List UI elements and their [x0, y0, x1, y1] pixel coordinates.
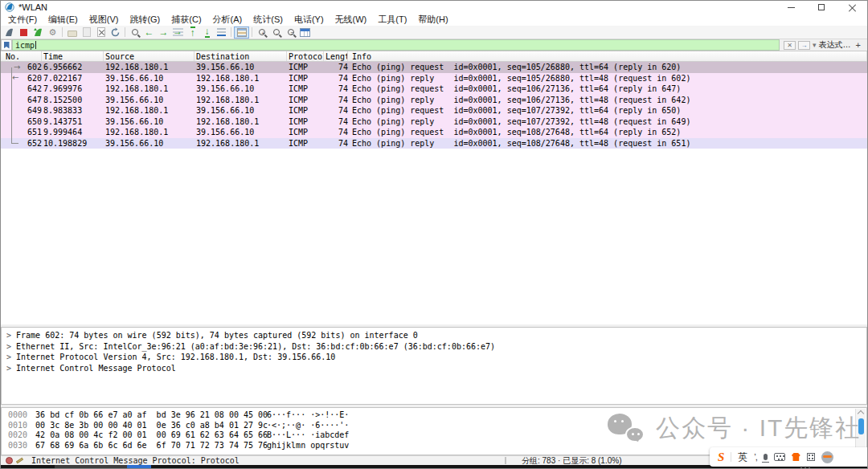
ime-language-toggle[interactable]: 英 [738, 451, 747, 464]
expert-info-icon[interactable] [6, 457, 13, 464]
zoom-original-icon: = [288, 29, 294, 35]
column-info[interactable]: Info [348, 51, 867, 61]
sogou-logo-icon[interactable]: S [718, 451, 724, 464]
stop-capture-button[interactable] [17, 27, 31, 39]
packet-row[interactable]: 652 10.198829 39.156.66.10 192.168.180.1… [1, 138, 867, 149]
window-title: *WLAN [18, 2, 776, 12]
keyboard-icon[interactable] [774, 453, 785, 461]
resize-columns-button[interactable] [298, 27, 312, 39]
filter-clear-button[interactable]: ✕ [784, 41, 796, 50]
toolbar-separator [231, 27, 231, 37]
taskbar-app-segment[interactable] [55, 465, 127, 469]
detail-ip[interactable]: >Internet Protocol Version 4, Src: 192.1… [2, 352, 866, 363]
filter-apply-button[interactable]: → [798, 41, 810, 50]
packet-list-header: No. Time Source Destination Protocol Len… [1, 51, 867, 62]
menu-wireless[interactable]: 无线(W) [330, 14, 373, 26]
reload-file-button[interactable] [108, 27, 122, 39]
apply-arrow-icon: → [801, 42, 808, 49]
column-length[interactable]: Length [324, 51, 348, 61]
expand-caret-icon[interactable]: > [6, 331, 11, 340]
taskbar-active-app-segment[interactable] [127, 465, 151, 469]
detail-icmp[interactable]: >Internet Control Message Protocol [2, 363, 866, 374]
menu-statistics[interactable]: 统计(S) [248, 14, 289, 26]
resize-columns-icon [300, 28, 310, 37]
packet-row[interactable]: 602 6.956662 192.168.180.1 39.156.66.10 … [1, 62, 867, 73]
bookmark-icon [4, 42, 10, 49]
find-packet-button[interactable] [128, 27, 141, 39]
menu-capture[interactable]: 捕获(C) [166, 14, 207, 26]
goto-packet-icon: → [173, 28, 183, 37]
ime-punctuation-toggle[interactable]: ’, [754, 452, 757, 462]
column-time[interactable]: Time [42, 51, 104, 61]
capture-comment-icon[interactable] [16, 458, 23, 464]
packet-row[interactable]: 649 8.983833 192.168.180.1 39.156.66.10 … [1, 105, 867, 116]
go-to-top-button[interactable]: ↑ [186, 27, 199, 39]
menu-bar: 文件(F) 编辑(E) 视图(V) 跳转(G) 捕获(C) 分析(A) 统计(S… [1, 14, 867, 26]
maximize-icon [818, 4, 825, 10]
add-filter-button[interactable]: + [854, 40, 863, 50]
menu-edit[interactable]: 编辑(E) [43, 14, 84, 26]
minimize-icon [788, 7, 795, 8]
go-forward-button[interactable]: → [157, 27, 170, 39]
go-to-packet-button[interactable]: → [171, 27, 185, 39]
filter-bookmark-button[interactable] [1, 39, 12, 51]
packet-row[interactable]: 642 7.969976 192.168.180.1 39.156.66.10 … [1, 84, 867, 95]
reload-icon [110, 27, 121, 38]
column-destination[interactable]: Destination [194, 51, 287, 61]
column-protocol[interactable]: Protocol [287, 51, 324, 61]
expand-caret-icon[interactable]: > [6, 353, 11, 361]
detail-frame[interactable]: >Frame 602: 74 bytes on wire (592 bits),… [2, 330, 866, 341]
restart-capture-button[interactable] [31, 27, 45, 39]
menu-analyze[interactable]: 分析(A) [207, 14, 248, 26]
arrow-up-bar-icon: ↑ [190, 27, 195, 38]
skin-icon[interactable] [792, 453, 800, 461]
packet-row[interactable]: 650 9.143751 39.156.66.10 192.168.180.1 … [1, 116, 867, 128]
scrollbar-thumb[interactable] [858, 418, 864, 434]
detail-ethernet[interactable]: >Ethernet II, Src: IntelCor_3e:96:21 (a0… [2, 341, 866, 353]
menu-tools[interactable]: 工具(T) [372, 14, 412, 26]
microphone-icon[interactable] [764, 454, 768, 460]
open-file-button[interactable] [65, 27, 79, 39]
menu-view[interactable]: 视图(V) [84, 14, 125, 26]
close-button[interactable] [837, 1, 867, 14]
arrow-down-bar-icon: ↓ [205, 27, 210, 38]
go-to-bottom-button[interactable]: ↓ [200, 27, 214, 39]
menu-help[interactable]: 帮助(H) [412, 14, 453, 26]
menu-file[interactable]: 文件(F) [2, 14, 43, 26]
filter-dropdown-button[interactable]: ▾ [813, 41, 817, 49]
ime-avatar-icon[interactable] [821, 451, 833, 463]
hex-row[interactable]: 000036 bd cf 0b 66 e7 a0 af bd 3e 96 21 … [2, 410, 866, 421]
start-capture-fin-icon [4, 27, 14, 38]
save-file-button[interactable] [80, 27, 93, 39]
zoom-out-button[interactable]: - [269, 27, 283, 39]
close-file-icon [97, 27, 105, 37]
expand-caret-icon[interactable]: > [6, 342, 11, 351]
hex-row[interactable]: 002042 0a 08 00 4c f2 00 01 00 69 61 62 … [2, 430, 866, 441]
maximize-button[interactable] [806, 1, 837, 14]
menu-go[interactable]: 跳转(G) [124, 14, 166, 26]
zoom-in-button[interactable]: + [255, 27, 268, 39]
start-capture-button[interactable] [2, 27, 16, 39]
expression-button[interactable]: 表达式… [819, 39, 851, 51]
zoom-original-button[interactable]: = [284, 27, 297, 39]
column-no[interactable]: No. [1, 51, 42, 61]
expand-caret-icon[interactable]: > [6, 364, 11, 373]
hex-row[interactable]: 001000 3c 8e 3b 00 00 40 01 0e 36 c0 a8 … [2, 421, 866, 431]
close-icon [849, 4, 856, 11]
capture-options-button[interactable]: ⚙ [46, 27, 59, 39]
minimize-button[interactable] [776, 1, 806, 14]
packet-row[interactable]: 620 7.022167 39.156.66.10 192.168.180.1 … [1, 73, 867, 84]
menu-telephony[interactable]: 电话(Y) [289, 14, 330, 26]
auto-scroll-button[interactable] [215, 27, 228, 39]
qr-code-icon[interactable] [807, 453, 815, 461]
ime-separator [731, 452, 731, 462]
packet-row[interactable]: 651 9.999464 192.168.180.1 39.156.66.10 … [1, 127, 867, 138]
go-back-button[interactable]: ← [142, 27, 156, 39]
column-source[interactable]: Source [104, 51, 194, 61]
packet-row[interactable]: 647 8.152500 39.156.66.10 192.168.180.1 … [1, 95, 867, 106]
close-file-button[interactable] [94, 27, 108, 39]
scroll-up-icon[interactable] [858, 410, 864, 417]
packet-list-empty-area[interactable] [1, 149, 867, 324]
display-filter-input[interactable]: icmp [12, 39, 780, 51]
colorize-packets-button[interactable] [234, 27, 249, 39]
